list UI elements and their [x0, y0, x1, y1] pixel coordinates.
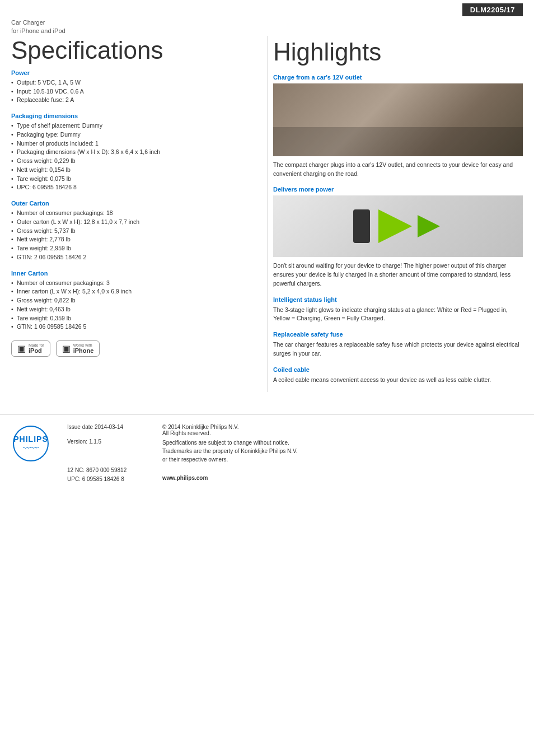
- spec-packaging-item: Packaging type: Dummy: [11, 130, 250, 139]
- device-icon: [353, 209, 370, 243]
- philips-logo: PHILIPS 〰〰: [11, 424, 50, 463]
- spec-outer-carton-item: Nett weight: 2,778 lb: [11, 235, 250, 244]
- highlight-section-2: Delivers more power Don't sit around wai…: [273, 186, 523, 288]
- highlight-text-3: The 3-stage light glows to indicate char…: [273, 306, 523, 324]
- spec-packaging-item: Gross weight: 0,229 lb: [11, 157, 250, 166]
- spec-packaging-title: Packaging dimensions: [11, 113, 250, 119]
- spec-power-item: Input: 10.5-18 VDC, 0.6 A: [11, 87, 250, 96]
- spec-packaging-item: UPC: 6 09585 18426 8: [11, 183, 250, 192]
- ipod-icon: ▣: [17, 343, 26, 354]
- highlight-title-1: Charge from a car's 12V outlet: [273, 74, 523, 81]
- spec-packaging-item: Type of shelf placement: Dummy: [11, 122, 250, 130]
- footer-version-label: Version: 1.1.5: [67, 438, 157, 464]
- spec-outer-carton-item: Tare weight: 2,959 lb: [11, 244, 250, 253]
- spec-outer-carton-item: GTIN: 2 06 09585 18426 2: [11, 253, 250, 262]
- spec-outer-carton-title: Outer Carton: [11, 200, 250, 207]
- highlight-title-5: Coiled cable: [273, 366, 523, 373]
- iphone-badge-text: Works with iPhone: [73, 343, 94, 354]
- spec-outer-carton-list: Number of consumer packagings: 18 Outer …: [11, 209, 250, 262]
- spec-packaging-item: Packaging dimensions (W x H x D): 3,6 x …: [11, 148, 250, 157]
- spec-inner-carton-title: Inner Carton: [11, 270, 250, 277]
- highlights-title: Highlights: [273, 38, 523, 66]
- spec-section-inner-carton: Inner Carton Number of consumer packagin…: [11, 270, 250, 332]
- model-badge: DLM2205/17: [462, 3, 523, 16]
- footer-issue-label: Issue date 2014-03-14: [67, 424, 157, 436]
- spec-outer-carton-item: Number of consumer packagings: 18: [11, 209, 250, 218]
- highlight-section-3: Intelligent status light The 3-stage lig…: [273, 296, 523, 324]
- spec-outer-carton-item: Outer carton (L x W x H): 12,8 x 11,0 x …: [11, 218, 250, 227]
- ipod-badge-text: Made for iPod: [29, 343, 44, 354]
- badges-row: ▣ Made for iPod ▣ Works with iPhone: [11, 340, 250, 357]
- spec-inner-carton-item: Gross weight: 0,822 lb: [11, 296, 250, 305]
- spec-packaging-item: Tare weight: 0,075 lb: [11, 175, 250, 184]
- arrow-icon-1: [378, 209, 412, 243]
- footer-nc-upc: 12 NC: 8670 000 59812 UPC: 6 09585 18426…: [67, 466, 157, 484]
- footer-website: www.philips.com: [162, 475, 523, 484]
- car-image: [273, 83, 523, 156]
- iphone-badge: ▣ Works with iPhone: [56, 340, 100, 357]
- spec-power-title: Power: [11, 69, 250, 76]
- spec-power-list: Output: 5 VDC, 1 A, 5 W Input: 10.5-18 V…: [11, 78, 250, 105]
- highlight-text-4: The car charger features a replaceable s…: [273, 340, 523, 358]
- spec-inner-carton-item: Inner carton (L x W x H): 5,2 x 4,0 x 6,…: [11, 287, 250, 296]
- spec-section-packaging: Packaging dimensions Type of shelf place…: [11, 113, 250, 192]
- footer-copyright: © 2014 Koninklijke Philips N.V. All Righ…: [162, 424, 523, 436]
- spec-inner-carton-item: Nett weight: 0,463 lb: [11, 305, 250, 314]
- spec-inner-carton-item: Number of consumer packagings: 3: [11, 279, 250, 288]
- philips-wave-icon: 〰〰: [23, 444, 39, 452]
- arrow-icon-2: [418, 215, 440, 237]
- product-category: Car Charger for iPhone and iPod: [11, 18, 523, 36]
- philips-logo-text: PHILIPS: [13, 435, 48, 444]
- spec-section-outer-carton: Outer Carton Number of consumer packagin…: [11, 200, 250, 262]
- spec-inner-carton-item: Tare weight: 0,359 lb: [11, 314, 250, 323]
- right-column: Highlights Charge from a car's 12V outle…: [267, 36, 523, 393]
- spec-packaging-item: Nett weight: 0,154 lb: [11, 166, 250, 175]
- highlight-text-5: A coiled cable means convenient access t…: [273, 376, 523, 385]
- highlight-section-4: Replaceable safety fuse The car charger …: [273, 331, 523, 358]
- header-bar: DLM2205/17: [0, 0, 534, 16]
- left-column: Specifications Power Output: 5 VDC, 1 A,…: [11, 36, 267, 393]
- spec-section-power: Power Output: 5 VDC, 1 A, 5 W Input: 10.…: [11, 69, 250, 105]
- category-line2: for iPhone and iPod: [11, 27, 65, 34]
- highlight-text-2: Don't sit around waiting for your device…: [273, 262, 523, 288]
- page-title: Specifications: [11, 38, 250, 63]
- ipod-badge: ▣ Made for iPod: [11, 340, 50, 357]
- highlight-image-2: [273, 195, 523, 257]
- iphone-icon: ▣: [62, 343, 71, 354]
- spec-power-item: Replaceable fuse: 2 A: [11, 96, 250, 105]
- main-layout: Specifications Power Output: 5 VDC, 1 A,…: [0, 36, 534, 393]
- spec-inner-carton-item: GTIN: 1 06 09585 18426 5: [11, 323, 250, 332]
- highlight-image-1: [273, 83, 523, 156]
- highlight-title-4: Replaceable safety fuse: [273, 331, 523, 338]
- highlight-section-1: Charge from a car's 12V outlet The compa…: [273, 74, 523, 179]
- spec-packaging-item: Number of products included: 1: [11, 139, 250, 148]
- product-title-area: Car Charger for iPhone and iPod: [0, 16, 534, 36]
- spec-packaging-list: Type of shelf placement: Dummy Packaging…: [11, 122, 250, 192]
- highlight-title-3: Intelligent status light: [273, 296, 523, 303]
- category-line1: Car Charger: [11, 19, 45, 26]
- footer-disclaimer: Specifications are subject to change wit…: [162, 438, 523, 464]
- highlight-section-5: Coiled cable A coiled cable means conven…: [273, 366, 523, 385]
- footer: PHILIPS 〰〰 Issue date 2014-03-14 © 2014 …: [0, 414, 534, 493]
- highlight-title-2: Delivers more power: [273, 186, 523, 193]
- spec-inner-carton-list: Number of consumer packagings: 3 Inner c…: [11, 279, 250, 332]
- highlight-text-1: The compact charger plugs into a car's 1…: [273, 161, 523, 179]
- spec-power-item: Output: 5 VDC, 1 A, 5 W: [11, 78, 250, 87]
- spec-outer-carton-item: Gross weight: 5,737 lb: [11, 227, 250, 236]
- power-image: [273, 195, 523, 257]
